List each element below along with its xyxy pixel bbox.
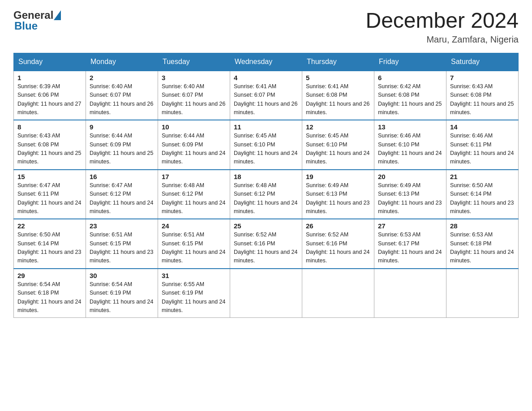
day-info: Sunrise: 6:47 AMSunset: 6:12 PMDaylight:…: [90, 182, 153, 214]
day-info: Sunrise: 6:47 AMSunset: 6:11 PMDaylight:…: [17, 182, 81, 214]
day-number: 16: [90, 173, 154, 180]
calendar-week-row: 22 Sunrise: 6:50 AMSunset: 6:14 PMDaylig…: [14, 219, 519, 269]
calendar-day-cell: 23 Sunrise: 6:51 AMSunset: 6:15 PMDaylig…: [86, 219, 158, 269]
logo-blue-text: Blue: [14, 20, 38, 32]
calendar-day-cell: 15 Sunrise: 6:47 AMSunset: 6:11 PMDaylig…: [14, 170, 86, 219]
day-info: Sunrise: 6:42 AMSunset: 6:08 PMDaylight:…: [378, 83, 442, 116]
day-of-week-header: Thursday: [302, 53, 374, 71]
calendar-day-cell: [446, 269, 519, 318]
day-info: Sunrise: 6:43 AMSunset: 6:08 PMDaylight:…: [17, 133, 81, 165]
day-info: Sunrise: 6:40 AMSunset: 6:07 PMDaylight:…: [162, 83, 225, 116]
day-number: 7: [450, 74, 515, 81]
day-info: Sunrise: 6:51 AMSunset: 6:15 PMDaylight:…: [90, 231, 153, 264]
day-number: 31: [162, 272, 226, 279]
day-info: Sunrise: 6:53 AMSunset: 6:17 PMDaylight:…: [378, 231, 442, 264]
day-number: 27: [378, 222, 442, 230]
calendar-day-cell: 10 Sunrise: 6:44 AMSunset: 6:09 PMDaylig…: [158, 120, 230, 170]
day-number: 14: [450, 123, 515, 131]
calendar-day-cell: [302, 269, 374, 318]
calendar-day-cell: 20 Sunrise: 6:49 AMSunset: 6:13 PMDaylig…: [374, 170, 446, 219]
calendar-day-cell: 17 Sunrise: 6:48 AMSunset: 6:12 PMDaylig…: [158, 170, 230, 219]
day-number: 9: [90, 123, 154, 131]
calendar-day-cell: 29 Sunrise: 6:54 AMSunset: 6:18 PMDaylig…: [14, 269, 86, 318]
day-info: Sunrise: 6:41 AMSunset: 6:08 PMDaylight:…: [306, 83, 369, 116]
day-info: Sunrise: 6:50 AMSunset: 6:14 PMDaylight:…: [17, 231, 81, 264]
day-info: Sunrise: 6:52 AMSunset: 6:16 PMDaylight:…: [234, 231, 297, 264]
day-number: 18: [234, 173, 298, 180]
calendar-day-cell: 9 Sunrise: 6:44 AMSunset: 6:09 PMDayligh…: [86, 120, 158, 170]
calendar-week-row: 15 Sunrise: 6:47 AMSunset: 6:11 PMDaylig…: [14, 170, 519, 219]
calendar-day-cell: 19 Sunrise: 6:49 AMSunset: 6:13 PMDaylig…: [302, 170, 374, 219]
day-info: Sunrise: 6:44 AMSunset: 6:09 PMDaylight:…: [162, 133, 225, 165]
calendar-day-cell: 22 Sunrise: 6:50 AMSunset: 6:14 PMDaylig…: [14, 219, 86, 269]
day-number: 28: [450, 222, 515, 230]
day-of-week-header: Wednesday: [230, 53, 302, 71]
day-number: 3: [162, 74, 226, 81]
day-number: 22: [17, 222, 82, 230]
day-info: Sunrise: 6:41 AMSunset: 6:07 PMDaylight:…: [234, 83, 297, 116]
day-number: 19: [306, 173, 370, 180]
day-number: 24: [162, 222, 226, 230]
calendar-day-cell: 30 Sunrise: 6:54 AMSunset: 6:19 PMDaylig…: [86, 269, 158, 318]
calendar-day-cell: 16 Sunrise: 6:47 AMSunset: 6:12 PMDaylig…: [86, 170, 158, 219]
day-number: 6: [378, 74, 442, 81]
calendar-day-cell: 5 Sunrise: 6:41 AMSunset: 6:08 PMDayligh…: [302, 71, 374, 120]
day-of-week-header: Saturday: [446, 53, 519, 71]
day-number: 21: [450, 173, 515, 180]
day-of-week-header: Monday: [86, 53, 158, 71]
day-info: Sunrise: 6:39 AMSunset: 6:06 PMDaylight:…: [17, 83, 81, 116]
calendar-week-row: 8 Sunrise: 6:43 AMSunset: 6:08 PMDayligh…: [14, 120, 519, 170]
day-number: 10: [162, 123, 226, 131]
day-info: Sunrise: 6:53 AMSunset: 6:18 PMDaylight:…: [450, 231, 514, 264]
calendar-day-cell: 7 Sunrise: 6:43 AMSunset: 6:08 PMDayligh…: [446, 71, 519, 120]
calendar-day-cell: 12 Sunrise: 6:45 AMSunset: 6:10 PMDaylig…: [302, 120, 374, 170]
calendar-day-cell: 2 Sunrise: 6:40 AMSunset: 6:07 PMDayligh…: [86, 71, 158, 120]
day-number: 11: [234, 123, 298, 131]
calendar-week-row: 29 Sunrise: 6:54 AMSunset: 6:18 PMDaylig…: [14, 269, 519, 318]
day-info: Sunrise: 6:50 AMSunset: 6:14 PMDaylight:…: [450, 182, 514, 214]
calendar-day-cell: 14 Sunrise: 6:46 AMSunset: 6:11 PMDaylig…: [446, 120, 519, 170]
day-of-week-header: Tuesday: [158, 53, 230, 71]
calendar-day-cell: 27 Sunrise: 6:53 AMSunset: 6:17 PMDaylig…: [374, 219, 446, 269]
day-info: Sunrise: 6:49 AMSunset: 6:13 PMDaylight:…: [306, 182, 369, 214]
day-number: 29: [17, 272, 82, 279]
calendar-header-row: SundayMondayTuesdayWednesdayThursdayFrid…: [14, 53, 519, 71]
day-of-week-header: Friday: [374, 53, 446, 71]
day-number: 23: [90, 222, 154, 230]
logo-arrow-icon: [54, 10, 61, 20]
day-number: 30: [90, 272, 154, 279]
calendar-week-row: 1 Sunrise: 6:39 AMSunset: 6:06 PMDayligh…: [14, 71, 519, 120]
day-info: Sunrise: 6:48 AMSunset: 6:12 PMDaylight:…: [234, 182, 297, 214]
page-header: General Blue December 2024 Maru, Zamfara…: [13, 9, 519, 45]
day-info: Sunrise: 6:45 AMSunset: 6:10 PMDaylight:…: [234, 133, 297, 165]
logo: General Blue: [13, 9, 61, 32]
calendar-day-cell: 4 Sunrise: 6:41 AMSunset: 6:07 PMDayligh…: [230, 71, 302, 120]
day-info: Sunrise: 6:54 AMSunset: 6:18 PMDaylight:…: [17, 281, 81, 313]
day-info: Sunrise: 6:46 AMSunset: 6:11 PMDaylight:…: [450, 133, 514, 165]
day-info: Sunrise: 6:52 AMSunset: 6:16 PMDaylight:…: [306, 231, 369, 264]
calendar-day-cell: [374, 269, 446, 318]
day-number: 4: [234, 74, 298, 81]
day-info: Sunrise: 6:44 AMSunset: 6:09 PMDaylight:…: [90, 133, 153, 165]
day-number: 13: [378, 123, 442, 131]
day-number: 25: [234, 222, 298, 230]
calendar-day-cell: 8 Sunrise: 6:43 AMSunset: 6:08 PMDayligh…: [14, 120, 86, 170]
day-number: 20: [378, 173, 442, 180]
calendar-day-cell: 25 Sunrise: 6:52 AMSunset: 6:16 PMDaylig…: [230, 219, 302, 269]
day-number: 8: [17, 123, 82, 131]
day-info: Sunrise: 6:55 AMSunset: 6:19 PMDaylight:…: [162, 281, 225, 313]
calendar-day-cell: 31 Sunrise: 6:55 AMSunset: 6:19 PMDaylig…: [158, 269, 230, 318]
day-info: Sunrise: 6:40 AMSunset: 6:07 PMDaylight:…: [90, 83, 153, 116]
day-number: 5: [306, 74, 370, 81]
day-info: Sunrise: 6:51 AMSunset: 6:15 PMDaylight:…: [162, 231, 225, 264]
calendar-day-cell: 3 Sunrise: 6:40 AMSunset: 6:07 PMDayligh…: [158, 71, 230, 120]
day-number: 2: [90, 74, 154, 81]
day-info: Sunrise: 6:49 AMSunset: 6:13 PMDaylight:…: [378, 182, 442, 214]
day-info: Sunrise: 6:46 AMSunset: 6:10 PMDaylight:…: [378, 133, 442, 165]
calendar-day-cell: 18 Sunrise: 6:48 AMSunset: 6:12 PMDaylig…: [230, 170, 302, 219]
calendar-day-cell: 13 Sunrise: 6:46 AMSunset: 6:10 PMDaylig…: [374, 120, 446, 170]
calendar-day-cell: 6 Sunrise: 6:42 AMSunset: 6:08 PMDayligh…: [374, 71, 446, 120]
calendar-day-cell: 21 Sunrise: 6:50 AMSunset: 6:14 PMDaylig…: [446, 170, 519, 219]
location-subtitle: Maru, Zamfara, Nigeria: [365, 34, 519, 45]
day-number: 15: [17, 173, 82, 180]
